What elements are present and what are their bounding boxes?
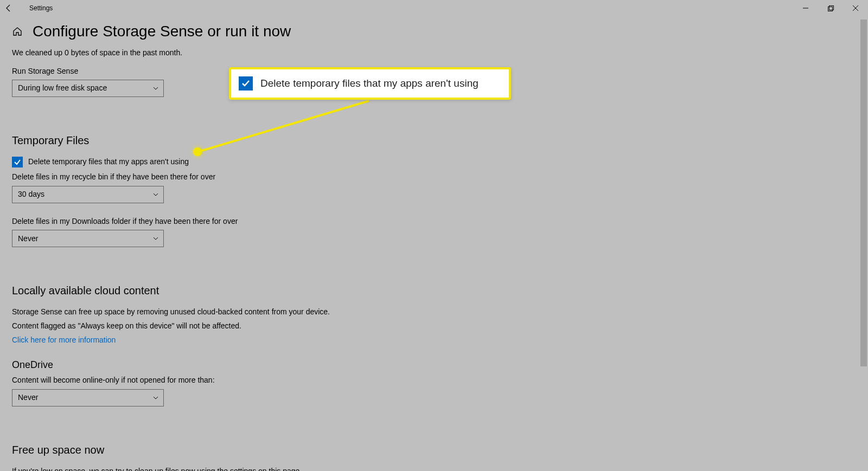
titlebar: Settings (0, 0, 868, 16)
window-controls (793, 0, 868, 16)
onedrive-select[interactable]: Never (12, 389, 164, 407)
chevron-down-icon (152, 85, 159, 92)
free-up-space-heading: Free up space now (12, 442, 500, 457)
minimize-button[interactable] (793, 0, 818, 16)
onedrive-desc: Content will become online-only if not o… (12, 375, 500, 386)
recycle-bin-select[interactable]: 30 days (12, 186, 164, 203)
downloads-value: Never (18, 234, 38, 244)
downloads-select[interactable]: Never (12, 230, 164, 247)
recycle-bin-value: 30 days (18, 189, 44, 200)
titlebar-left: Settings (4, 4, 53, 12)
maximize-button[interactable] (818, 0, 843, 16)
chevron-down-icon (152, 191, 159, 198)
onedrive-heading: OneDrive (12, 358, 500, 372)
svg-rect-2 (829, 5, 833, 10)
chevron-down-icon (152, 395, 159, 401)
delete-temp-files-checkbox-row: Delete temporary files that my apps aren… (12, 157, 500, 167)
run-storage-sense-select[interactable]: During low free disk space (12, 80, 164, 97)
annotation-callout: Delete temporary files that my apps aren… (229, 67, 511, 100)
free-up-space-desc: If you're low on space, we can try to cl… (12, 466, 500, 471)
cloud-content-heading: Locally available cloud content (12, 283, 500, 298)
svg-rect-1 (828, 7, 832, 11)
callout-checkbox-icon (239, 76, 253, 91)
delete-temp-files-label: Delete temporary files that my apps aren… (28, 157, 189, 167)
back-icon[interactable] (4, 4, 13, 12)
cloud-more-info-link[interactable]: Click here for more information (12, 335, 500, 346)
onedrive-value: Never (18, 392, 38, 403)
settings-window: Settings Configure Storage Sense or run … (0, 0, 868, 471)
cloud-line2: Content flagged as "Always keep on this … (12, 321, 500, 332)
app-title: Settings (29, 4, 53, 12)
close-button[interactable] (843, 0, 868, 16)
scrollbar[interactable] (859, 16, 868, 471)
page-title: Configure Storage Sense or run it now (33, 23, 291, 40)
recycle-bin-label: Delete files in my recycle bin if they h… (12, 172, 500, 183)
callout-text: Delete temporary files that my apps aren… (260, 78, 478, 89)
downloads-label: Delete files in my Downloads folder if t… (12, 216, 500, 227)
run-storage-sense-value: During low free disk space (18, 83, 107, 94)
home-icon[interactable] (12, 26, 23, 37)
content-area: We cleaned up 0 bytes of space in the pa… (0, 40, 500, 471)
callout-dot (193, 147, 202, 156)
scrollbar-thumb[interactable] (860, 20, 867, 366)
delete-temp-files-checkbox[interactable] (12, 157, 23, 167)
cloud-line1: Storage Sense can free up space by remov… (12, 307, 500, 318)
chevron-down-icon (152, 235, 159, 242)
page-header: Configure Storage Sense or run it now (0, 16, 868, 40)
cleanup-summary-text: We cleaned up 0 bytes of space in the pa… (12, 48, 500, 59)
temporary-files-heading: Temporary Files (12, 133, 500, 148)
